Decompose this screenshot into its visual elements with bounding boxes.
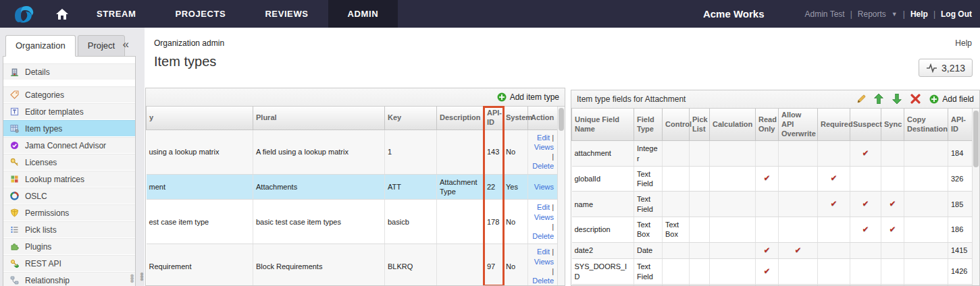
fields-column-header-allow-api-overwrite[interactable]: Allow API Overwrite — [779, 109, 818, 141]
plugin-icon — [10, 242, 20, 252]
delete-x-icon[interactable] — [910, 94, 921, 105]
add-field-button[interactable]: Add field — [929, 94, 974, 104]
item-type-row[interactable]: using a lookup matrixA field using a loo… — [147, 130, 559, 174]
edit-link[interactable]: Edit — [537, 248, 550, 256]
cell-copy-destination — [904, 259, 948, 285]
sidebar-item-licenses[interactable]: Licenses — [3, 154, 135, 171]
cell-name: using a lookup matrix — [147, 130, 253, 174]
item-type-row-selected[interactable]: mentAttachmentsATTAttachment Type22YesVi… — [147, 174, 559, 200]
help-menu[interactable]: Help — [910, 9, 928, 19]
sidebar-item-oslc[interactable]: OSLC — [3, 188, 135, 204]
sidebar-tab-organization[interactable]: Organization — [5, 35, 76, 57]
fields-column-header-api-id[interactable]: API-ID — [948, 109, 973, 141]
item-types-scrollbar[interactable] — [557, 107, 565, 285]
nav-item-reviews[interactable]: REVIEWS — [245, 0, 328, 28]
fields-column-header-field-type[interactable]: Field Type — [634, 109, 663, 141]
sidebar-item-relationship[interactable]: Relationship — [3, 272, 135, 286]
fields-column-header-unique-field-name[interactable]: Unique Field Name — [572, 109, 634, 141]
sidebar-scroll-handle[interactable]: ●●● — [130, 274, 134, 282]
help-link[interactable]: Help — [955, 38, 972, 48]
home-icon[interactable] — [47, 0, 77, 28]
arrow-up-icon[interactable] — [874, 94, 885, 105]
arrow-down-icon[interactable] — [892, 94, 903, 105]
fields-scrollbar[interactable] — [972, 109, 979, 285]
relationship-icon — [10, 276, 20, 285]
item-type-count-badge[interactable]: 3,213 — [919, 59, 973, 77]
logout-link[interactable]: Log Out — [941, 9, 972, 19]
sidebar-item-permissions[interactable]: Permissions — [3, 204, 135, 221]
sidebar-item-lookup-matrices[interactable]: Lookup matrices — [3, 171, 135, 188]
pencil-icon[interactable] — [856, 94, 867, 105]
fields-column-header-read-only[interactable]: Read Only — [756, 109, 779, 141]
fields-column-header-control[interactable]: Control — [663, 109, 690, 141]
add-field-label: Add field — [942, 94, 974, 104]
sidebar-item-editor-templates[interactable]: Editor templates — [3, 103, 135, 120]
fields-column-header-required[interactable]: Required — [818, 109, 850, 141]
fields-column-header-pick-list[interactable]: Pick List — [690, 109, 710, 141]
views-link[interactable]: Views — [534, 213, 554, 221]
field-row[interactable]: descriptionText BoxText Box✔✔186 — [572, 217, 973, 243]
field-row[interactable]: attachmentInteger✔184 — [572, 141, 973, 167]
fields-column-header-suspect[interactable]: Suspect — [850, 109, 881, 141]
views-link[interactable]: Views — [534, 143, 554, 151]
views-link[interactable]: Views — [534, 183, 554, 191]
sidebar-item-jama-connect-advisor[interactable]: Jama Connect Advisor — [3, 137, 135, 154]
cell-api-id: 178 — [484, 200, 503, 244]
sidebar-item-rest-api[interactable]: REST API — [3, 255, 135, 272]
fields-column-header-calculation[interactable]: Calculation — [710, 109, 756, 141]
nav-item-stream[interactable]: STREAM — [77, 0, 156, 28]
sidebar-item-plugins[interactable]: Plugins — [3, 238, 135, 255]
separator: | — [550, 203, 554, 211]
cell-suspect — [850, 166, 881, 192]
delete-link[interactable]: Delete — [532, 162, 554, 170]
sidebar-tab-project[interactable]: Project — [78, 35, 125, 57]
item-types-column-header-key[interactable]: Key — [385, 107, 437, 130]
fields-column-header-sync[interactable]: Sync — [881, 109, 904, 141]
organization-name: Acme Works — [703, 8, 765, 20]
edit-link[interactable]: Edit — [537, 134, 550, 142]
field-row[interactable]: globalIdText Field✔✔326 — [572, 166, 973, 192]
nav-item-projects[interactable]: PROJECTS — [156, 0, 246, 28]
item-types-column-header-system[interactable]: System — [503, 107, 528, 130]
field-row[interactable]: date2Date✔✔1415 — [572, 242, 973, 259]
cell-api-id: 1415 — [948, 242, 973, 259]
reports-menu[interactable]: Reports — [858, 9, 886, 19]
fields-column-header-copy-destination[interactable]: Copy Destination — [904, 109, 948, 141]
jama-logo[interactable] — [0, 4, 47, 24]
item-types-column-header-action[interactable]: Action — [528, 107, 559, 130]
delete-link[interactable]: Delete — [532, 232, 554, 240]
nav-item-admin[interactable]: ADMIN — [328, 0, 398, 28]
item-types-column-header-plural[interactable]: Plural — [253, 107, 385, 130]
sidebar-item-details[interactable]: Details — [3, 63, 135, 80]
collapse-sidebar-icon[interactable]: « — [123, 38, 129, 50]
item-types-column-header-description[interactable]: Description — [437, 107, 484, 130]
item-type-row[interactable]: RequirementBlock RequirementsBLKRQ97NoEd… — [147, 244, 559, 286]
cell-description: Attachment Type — [437, 174, 484, 200]
user-menu[interactable]: Admin Test — [805, 9, 845, 19]
cell-unique-field-name: date2 — [572, 242, 634, 259]
sidebar-resizer[interactable]: ●●● — [138, 28, 145, 286]
field-row[interactable]: SYS_DOORS_IDText Field✔1426 — [572, 259, 973, 285]
cell-api-id: 184 — [948, 141, 973, 167]
sidebar-item-item-types[interactable]: Item types — [3, 120, 135, 137]
sidebar-item-pick-lists[interactable]: Pick lists — [3, 221, 135, 238]
separator: | — [903, 9, 905, 19]
cell-copy-destination — [904, 217, 948, 243]
add-item-type-button[interactable]: Add item type — [497, 92, 559, 102]
cell-read-only — [756, 192, 779, 217]
item-types-column-header-api-id[interactable]: API-ID — [484, 107, 503, 130]
edit-link[interactable]: Edit — [537, 203, 550, 211]
sidebar-item-categories[interactable]: Categories — [3, 86, 135, 103]
item-types-column-header-y[interactable]: y — [147, 107, 253, 130]
sidebar-item-label: Item types — [25, 124, 62, 134]
field-row[interactable]: nameText Field✔✔✔185 — [572, 192, 973, 217]
sidebar-item-label: Licenses — [25, 158, 57, 167]
views-link[interactable]: Views — [534, 258, 554, 266]
shield-icon — [10, 208, 20, 218]
sidebar-item-label: Jama Connect Advisor — [25, 141, 106, 150]
check-icon: ✔ — [763, 246, 770, 255]
oslc-icon — [10, 192, 20, 201]
delete-link[interactable]: Delete — [532, 277, 554, 285]
cell-plural: Attachments — [253, 174, 385, 200]
item-type-row[interactable]: est case item typebasic test case item t… — [147, 200, 559, 244]
